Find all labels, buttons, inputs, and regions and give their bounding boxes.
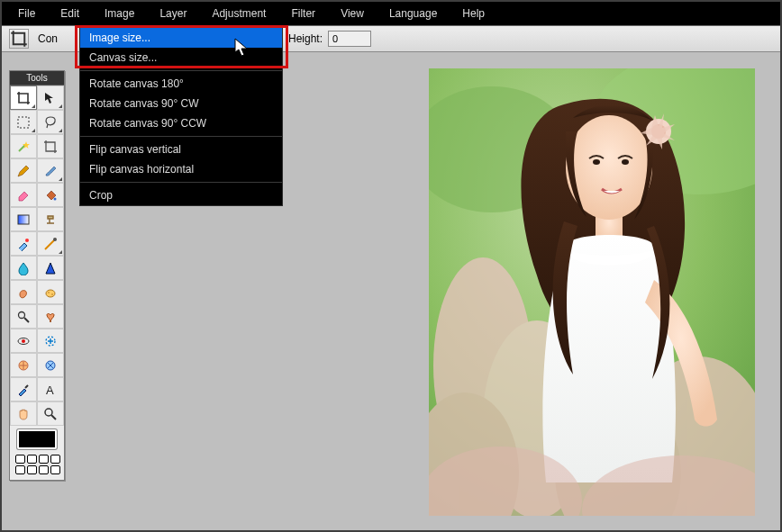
svg-point-7: [51, 293, 53, 295]
tool-lasso[interactable]: [37, 110, 64, 134]
canvas-image[interactable]: [429, 68, 755, 516]
color-swatch-palette[interactable]: [10, 453, 64, 480]
tool-eyedropper[interactable]: [10, 377, 37, 401]
tool-brush[interactable]: [37, 158, 64, 183]
tool-hand[interactable]: [10, 401, 37, 426]
menu-language[interactable]: Language: [377, 4, 450, 23]
menu-help[interactable]: Help: [450, 4, 497, 23]
menu-separator: [80, 182, 282, 183]
tool-type[interactable]: A: [37, 377, 64, 401]
tool-clone[interactable]: [37, 207, 64, 231]
tool-crop-alt[interactable]: [37, 134, 64, 158]
menu-view[interactable]: View: [328, 4, 377, 23]
tools-grid: A: [10, 86, 64, 426]
svg-point-6: [48, 292, 50, 293]
color-swatch-main[interactable]: [10, 426, 64, 453]
svg-rect-0: [18, 117, 29, 128]
svg-point-4: [53, 238, 57, 241]
svg-point-1: [54, 197, 57, 200]
tool-pinch[interactable]: [37, 353, 64, 377]
tool-eraser[interactable]: [10, 183, 37, 207]
tool-spot-heal[interactable]: [37, 329, 64, 353]
tool-pencil[interactable]: [10, 158, 37, 183]
svg-point-8: [19, 311, 25, 318]
options-height-input[interactable]: [328, 31, 371, 47]
tool-crop[interactable]: [10, 86, 37, 110]
options-crop-icon[interactable]: [9, 29, 29, 49]
tool-blur[interactable]: [10, 256, 37, 280]
svg-point-5: [46, 290, 55, 297]
menu-item-canvas-size[interactable]: Canvas size...: [80, 48, 282, 68]
tool-burn[interactable]: [37, 304, 64, 329]
svg-point-3: [25, 239, 29, 242]
svg-text:A: A: [46, 383, 54, 397]
menu-adjustment[interactable]: Adjustment: [199, 4, 278, 23]
menu-image[interactable]: Image: [92, 4, 147, 23]
tool-smudge[interactable]: [10, 280, 37, 304]
tool-marquee[interactable]: [10, 110, 37, 134]
tool-sponge[interactable]: [37, 280, 64, 304]
tool-zoom[interactable]: [37, 401, 64, 426]
tools-panel: Tools A: [9, 70, 65, 481]
options-constraint-label: Con: [38, 32, 58, 45]
tools-panel-title: Tools: [10, 71, 64, 86]
options-height-label: Height:: [288, 32, 323, 45]
tool-red-eye[interactable]: [10, 329, 37, 353]
tool-dodge[interactable]: [10, 304, 37, 329]
svg-point-15: [45, 409, 52, 416]
menu-layer[interactable]: Layer: [147, 4, 199, 23]
tool-sharpen[interactable]: [37, 256, 64, 280]
tool-color-replace[interactable]: [10, 231, 37, 256]
menu-filter[interactable]: Filter: [278, 4, 328, 23]
svg-point-10: [22, 339, 25, 343]
tool-drawing[interactable]: [37, 231, 64, 256]
tool-wand[interactable]: [10, 134, 37, 158]
menu-separator: [80, 70, 282, 71]
menu-file[interactable]: File: [5, 4, 48, 23]
tool-bucket[interactable]: [37, 183, 64, 207]
menu-item-image-size[interactable]: Image size...: [80, 28, 282, 48]
tool-gradient[interactable]: [10, 207, 37, 231]
menubar: File Edit Image Layer Adjustment Filter …: [2, 2, 780, 25]
menu-edit[interactable]: Edit: [48, 4, 92, 23]
svg-point-28: [593, 159, 600, 165]
menu-separator: [80, 136, 282, 137]
menu-item-flip-vertical[interactable]: Flip canvas vertical: [80, 140, 282, 159]
menu-item-rotate-180[interactable]: Rotate canvas 180°: [80, 74, 282, 94]
tool-move[interactable]: [37, 86, 64, 110]
tool-bloat[interactable]: [10, 353, 37, 377]
svg-rect-2: [18, 215, 29, 224]
image-dropdown: Image size... Canvas size... Rotate canv…: [79, 27, 283, 206]
menu-item-flip-horizontal[interactable]: Flip canvas horizontal: [80, 159, 282, 179]
menu-item-rotate-90-cw[interactable]: Rotate canvas 90° CW: [80, 94, 282, 113]
svg-point-29: [622, 159, 629, 165]
menu-item-rotate-90-ccw[interactable]: Rotate canvas 90° CCW: [80, 113, 282, 133]
menu-item-crop[interactable]: Crop: [80, 185, 282, 205]
